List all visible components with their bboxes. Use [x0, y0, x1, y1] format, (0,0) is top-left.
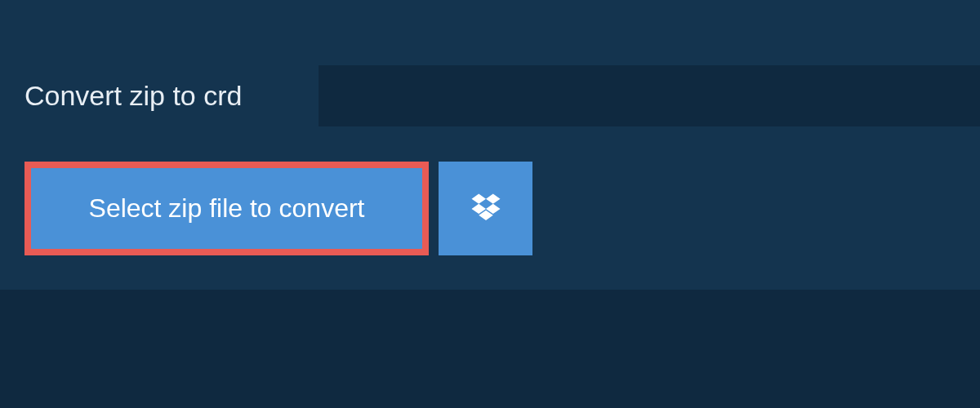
upload-panel: Select zip file to convert — [0, 126, 980, 290]
dropbox-button[interactable] — [439, 162, 532, 255]
dropbox-icon — [469, 191, 503, 225]
select-file-button-label: Select zip file to convert — [89, 193, 365, 224]
tab-convert[interactable]: Convert zip to crd — [0, 65, 318, 126]
tab-label: Convert zip to crd — [24, 80, 242, 112]
top-strip — [0, 0, 980, 65]
select-file-button[interactable]: Select zip file to convert — [24, 162, 429, 255]
